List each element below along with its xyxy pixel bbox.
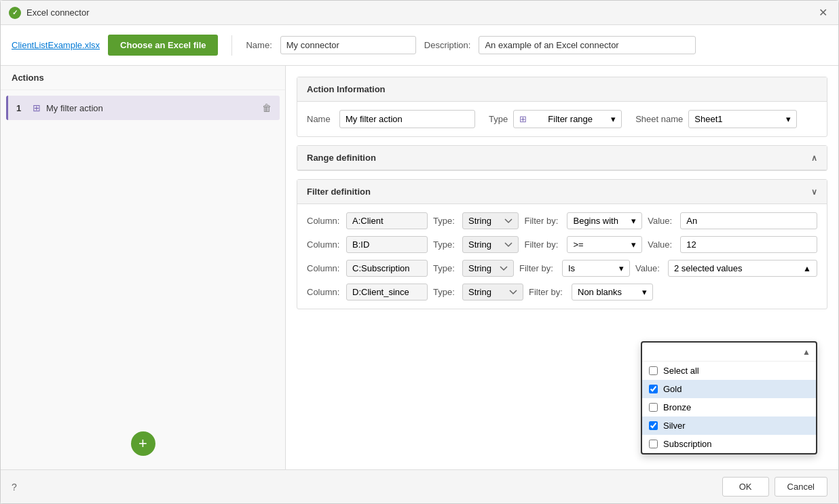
values-dropdown-popup: ▲ Select all Gold [641, 341, 817, 454]
divider [231, 35, 232, 56]
value-multiselect-3[interactable]: 2 selected values ▲ [668, 260, 817, 277]
filter-rows-container: Column: Type: String Filter by: Begins w… [297, 204, 827, 309]
dropdown-collapse-icon: ▲ [802, 347, 810, 357]
connector-description-input[interactable] [479, 36, 696, 54]
filterby-label-4: Filter by: [529, 287, 566, 297]
type-dropdown-icon: ▾ [611, 114, 616, 124]
type-value: Filter range [548, 114, 593, 124]
add-button-area: + [1, 125, 285, 469]
silver-checkbox[interactable] [649, 421, 658, 430]
choose-excel-button[interactable]: Choose an Excel file [108, 35, 218, 56]
value-label-2: Value: [648, 239, 675, 250]
dropdown-search-header: ▲ [642, 343, 816, 362]
action-name-input[interactable] [339, 110, 475, 128]
actions-header: Actions [1, 66, 285, 90]
sheet-value: Sheet1 [694, 114, 722, 124]
filterby-value-4: Non blanks [578, 287, 622, 297]
col-input-1[interactable] [346, 212, 428, 229]
right-panel: Action Information Name Type ⊞ Filter ra… [286, 66, 838, 469]
sheet-dropdown-icon: ▾ [786, 114, 791, 124]
title-bar-left: Excel connector [9, 7, 90, 19]
filterby-dropdown-icon-1: ▾ [631, 216, 636, 226]
ai-type-label: Type [489, 114, 508, 124]
value-input-2[interactable] [680, 236, 817, 253]
subscription-checkbox[interactable] [649, 440, 658, 448]
action-info-section: Action Information Name Type ⊞ Filter ra… [297, 77, 827, 137]
type-label-4: Type: [433, 287, 457, 297]
type-select-4[interactable]: String [462, 284, 523, 301]
range-def-header[interactable]: Range definition ∧ [297, 146, 827, 170]
col-label-2: Column: [307, 239, 341, 250]
name-label: Name: [246, 40, 272, 50]
col-input-3[interactable] [346, 260, 428, 277]
col-input-2[interactable] [346, 236, 428, 253]
close-button[interactable]: ✕ [816, 6, 830, 19]
gold-checkbox[interactable] [649, 385, 658, 393]
dropdown-item-bronze[interactable]: Bronze [642, 398, 816, 416]
filter-collapse-icon[interactable]: ∨ [811, 187, 817, 197]
filter-row-3: Column: Type: String Filter by: Is ▾ Val… [307, 260, 817, 277]
range-collapse-icon[interactable]: ∧ [811, 153, 817, 163]
filter-row-4: Column: Type: String Filter by: Non blan… [307, 284, 817, 301]
filterby-label-2: Filter by: [524, 239, 561, 250]
filterby-label-3: Filter by: [519, 263, 557, 273]
col-label-1: Column: [307, 216, 341, 226]
selected-values-label: 2 selected values [674, 263, 742, 273]
footer: ? OK Cancel [1, 469, 838, 503]
filter-def-title: Filter definition [307, 187, 371, 197]
sheet-select[interactable]: Sheet1 ▾ [688, 110, 797, 128]
type-label-3: Type: [433, 263, 457, 273]
type-label-1: Type: [433, 216, 457, 226]
filterby-select-2[interactable]: >= ▾ [567, 236, 642, 253]
cancel-button[interactable]: Cancel [775, 477, 827, 497]
filterby-select-3[interactable]: Is ▾ [562, 260, 630, 277]
filterby-select-1[interactable]: Begins with ▾ [567, 212, 642, 229]
value-label-3: Value: [635, 263, 663, 273]
dropdown-item-gold[interactable]: Gold [642, 380, 816, 398]
left-panel: Actions 1 ⊞ My filter action 🗑 + [1, 66, 286, 469]
select-all-checkbox[interactable] [649, 366, 658, 375]
type-select-3[interactable]: String [462, 260, 514, 277]
help-button[interactable]: ? [12, 482, 17, 492]
select-all-item[interactable]: Select all [642, 362, 816, 380]
filter-row-2: Column: Type: String Filter by: >= ▾ Val… [307, 236, 817, 253]
dropdown-item-silver[interactable]: Silver [642, 416, 816, 435]
filter-def-section: Filter definition ∨ Column: Type: String… [297, 179, 827, 309]
value-input-1[interactable] [680, 212, 817, 229]
filterby-dropdown-icon-4: ▾ [642, 287, 647, 297]
main-content: Actions 1 ⊞ My filter action 🗑 + Action … [1, 66, 838, 469]
type-select[interactable]: ⊞ Filter range ▾ [513, 110, 622, 128]
type-select-2[interactable]: String [462, 236, 519, 253]
dropdown-search-input[interactable] [649, 347, 809, 357]
value-dropdown-container-3: 2 selected values ▲ ▲ [668, 260, 817, 277]
filterby-select-4[interactable]: Non blanks ▾ [572, 284, 653, 301]
filter-def-header[interactable]: Filter definition ∨ [297, 180, 827, 204]
filter-range-icon: ⊞ [519, 114, 527, 124]
description-label: Description: [424, 40, 471, 50]
excel-connector-dialog: Excel connector ✕ ClientListExample.xlsx… [0, 0, 839, 504]
dialog-title: Excel connector [26, 7, 90, 18]
action-info-header: Action Information [297, 77, 827, 102]
title-bar: Excel connector ✕ [1, 1, 838, 25]
ok-button[interactable]: OK [722, 477, 769, 497]
col-input-4[interactable] [346, 284, 428, 301]
type-select-1[interactable]: String [462, 212, 519, 229]
subscription-label: Subscription [663, 439, 712, 449]
action-item[interactable]: 1 ⊞ My filter action 🗑 [6, 96, 280, 120]
range-def-section: Range definition ∧ [297, 145, 827, 171]
connector-name-input[interactable] [280, 36, 416, 54]
add-action-button[interactable]: + [131, 431, 155, 456]
gold-label: Gold [663, 384, 682, 394]
action-info-title: Action Information [307, 84, 386, 94]
filterby-label-1: Filter by: [524, 216, 561, 226]
bronze-checkbox[interactable] [649, 403, 658, 412]
delete-action-button[interactable]: 🗑 [262, 102, 272, 113]
filterby-value-3: Is [568, 263, 575, 273]
multiselect-arrow-up: ▲ [803, 264, 811, 273]
filterby-value-2: >= [573, 239, 583, 250]
col-label-4: Column: [307, 287, 341, 297]
file-link[interactable]: ClientListExample.xlsx [12, 40, 100, 50]
silver-label: Silver [663, 421, 686, 431]
dropdown-item-subscription[interactable]: Subscription [642, 435, 816, 453]
filterby-value-1: Begins with [573, 216, 618, 226]
